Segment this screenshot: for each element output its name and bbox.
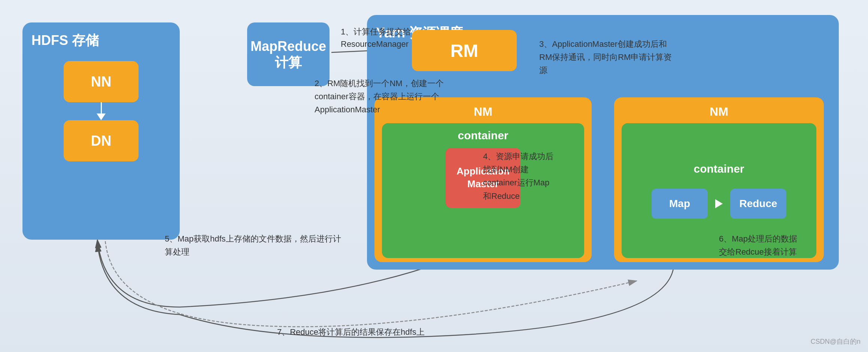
mapreduce-title: MapReduce 计算 <box>251 38 326 70</box>
step6-label: 6、Map处理后的数据 交给Redcue接着计算 <box>719 232 797 258</box>
step4-label: 4、资源申请成功后 找到NM创建 container运行Map 和Reduce <box>483 150 553 203</box>
step1-label: 1、计算任务提交给 ResourceManager <box>341 25 411 50</box>
step2-label: 2、RM随机找到一个NM，创建一个 container容器，在容器上运行一个 A… <box>315 77 444 116</box>
reduce-box: Reduce <box>730 189 786 219</box>
step3-label: 3、ApplicationMaster创建成功后和 RM保持通讯，同时向RM申请… <box>539 37 672 77</box>
watermark: CSDN@自白的n <box>811 337 861 346</box>
hdfs-box: HDFS 存储 NN DN <box>22 22 180 240</box>
hdfs-nodes: NN DN <box>31 61 171 161</box>
nm-right-container-label: container <box>694 163 744 175</box>
step7-label: 7、Reduce将计算后的结果保存在hdfs上 <box>277 326 425 338</box>
nn-box: NN <box>64 61 139 102</box>
map-to-reduce-arrow <box>715 199 723 208</box>
map-box: Map <box>652 189 708 219</box>
map-reduce-row: Map Reduce <box>652 189 786 219</box>
rm-box: RM <box>412 30 517 71</box>
step5-label: 5、Map获取hdfs上存储的文件数据，然后进行计 算处理 <box>165 232 341 258</box>
dn-box: DN <box>64 120 139 161</box>
hdfs-title: HDFS 存储 <box>31 31 171 50</box>
diagram-container: HDFS 存储 NN DN MapReduce 计算 Yarn 资源调度 RM … <box>0 0 868 352</box>
nm-right-title: NM <box>622 105 816 119</box>
nm-left-container-label: container <box>458 129 508 142</box>
